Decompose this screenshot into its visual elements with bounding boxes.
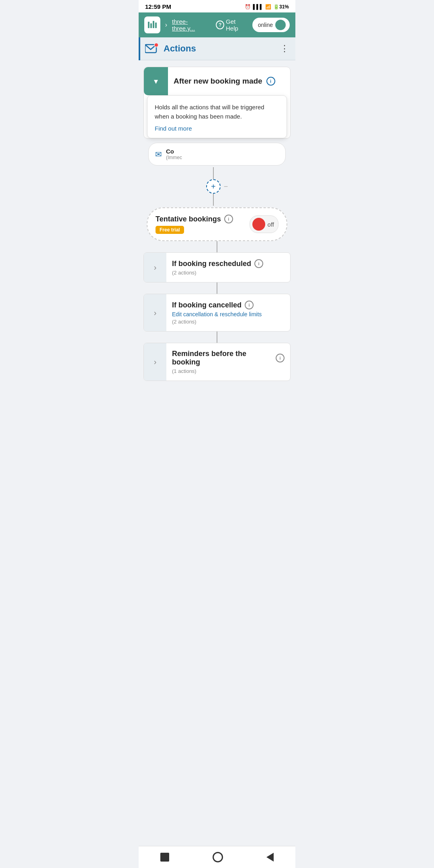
actions-bar-wrapper: Actions ⋮ [139,37,295,60]
help-button[interactable]: ? Get Help [216,18,248,32]
section-connector-3 [143,332,291,343]
svg-rect-0 [148,22,149,28]
email-icon [145,43,159,54]
booking-expand-button[interactable]: ▾ [144,67,168,95]
section-connector-1 [143,241,291,252]
section-connector-line-3 [217,332,217,343]
cancelled-expand-button[interactable]: › [144,294,166,331]
collapse-button[interactable]: − [224,182,228,191]
wifi-icon: 📶 [265,4,271,10]
logo-icon [147,19,158,31]
cancellation-limits-link[interactable]: Edit cancellation & reschedule limits [172,311,285,317]
cancelled-subtitle: (2 actions) [172,319,285,325]
connector-line-1 [213,167,214,179]
help-icon: ? [216,20,224,29]
app-logo [144,16,160,33]
rescheduled-subtitle: (2 actions) [172,270,285,276]
add-action-button[interactable]: + [206,179,221,194]
cancelled-info-button[interactable]: i [245,301,254,309]
cancelled-chevron-icon: › [154,308,157,317]
breadcrumb-arrow: › [165,21,167,29]
confirmation-email-text: Co (Immec [166,148,279,160]
rescheduled-content: If booking rescheduled i (2 actions) [166,253,290,282]
connector-line-2 [213,194,214,206]
actions-left: Actions [145,43,196,54]
tentative-bookings-card: Tentative bookings i Free trial off [147,207,287,241]
cancelled-section-card[interactable]: › If booking cancelled i Edit cancellati… [143,294,291,332]
rescheduled-chevron-icon: › [154,263,157,272]
connector-row: + − [143,166,291,207]
confirmation-email-subtitle: (Immec [166,155,279,160]
tooltip-text: Holds all the actions that will be trigg… [155,103,279,121]
tentative-title: Tentative bookings i [156,215,250,223]
booking-tooltip: Holds all the actions that will be trigg… [147,95,287,138]
tentative-left: Tentative bookings i Free trial [156,215,250,234]
main-content: ▾ After new booking made i Holds all the… [139,60,295,416]
more-options-button[interactable]: ⋮ [280,43,289,54]
tooltip-link[interactable]: Find out more [155,125,192,132]
rescheduled-expand-button[interactable]: › [144,253,166,282]
rescheduled-section-card[interactable]: › If booking rescheduled i (2 actions) [143,252,291,283]
reminders-info-button[interactable]: i [276,354,285,362]
reminders-content: Reminders before the booking i (1 action… [166,343,290,381]
section-connector-line-2 [217,283,217,294]
confirmation-email-title: Co [166,148,279,155]
reminders-chevron-icon: › [154,357,157,366]
app-header: › three-three.y... ? Get Help online [139,12,295,37]
confirmation-email-icon: ✉ [155,149,162,159]
alarm-icon: ⏰ [245,4,251,10]
rescheduled-title: If booking rescheduled i [172,259,285,268]
rescheduled-info-button[interactable]: i [254,259,263,268]
status-icons: ⏰ ▌▌▌ 📶 🔋31% [245,4,289,10]
cancelled-title: If booking cancelled i [172,301,285,309]
svg-rect-3 [155,23,157,28]
expand-icon: ▾ [154,76,158,86]
status-bar: 12:59 PM ⏰ ▌▌▌ 📶 🔋31% [139,0,295,12]
booking-made-card: ▾ After new booking made i Holds all the… [143,67,291,139]
svg-point-5 [154,43,158,47]
bottom-spacer [143,381,291,409]
toggle-indicator [252,218,265,231]
status-time: 12:59 PM [145,3,171,10]
actions-bar: Actions ⋮ [139,37,295,60]
svg-rect-2 [153,21,154,28]
booking-card-content: After new booking made i [168,67,290,95]
section-connector-line-1 [217,241,217,252]
reminders-section-card[interactable]: › Reminders before the booking i (1 acti… [143,343,291,381]
reminders-expand-button[interactable]: › [144,343,166,381]
signal-icon: ▌▌▌ [253,4,263,10]
connector-1: + [206,167,221,206]
reminders-subtitle: (1 actions) [172,368,285,374]
confirmation-email-item[interactable]: ✉ Co (Immec [148,143,286,166]
booking-card-title: After new booking made [174,77,262,86]
cancelled-content: If booking cancelled i Edit cancellation… [166,294,290,331]
reminders-title: Reminders before the booking i [172,350,285,366]
battery-icon: 🔋31% [273,4,289,10]
toggle-circle [275,20,286,30]
toggle-off-label: off [268,221,274,228]
breadcrumb-link[interactable]: three-three.y... [172,18,209,32]
svg-rect-1 [150,23,152,28]
booking-info-button[interactable]: i [266,77,275,86]
online-toggle[interactable]: online [252,18,290,32]
tentative-toggle[interactable]: off [250,215,278,233]
booking-card-header: ▾ After new booking made i [144,67,290,95]
free-trial-badge: Free trial [156,226,184,234]
actions-title: Actions [164,43,196,54]
tentative-info-button[interactable]: i [224,215,233,223]
section-connector-2 [143,283,291,294]
